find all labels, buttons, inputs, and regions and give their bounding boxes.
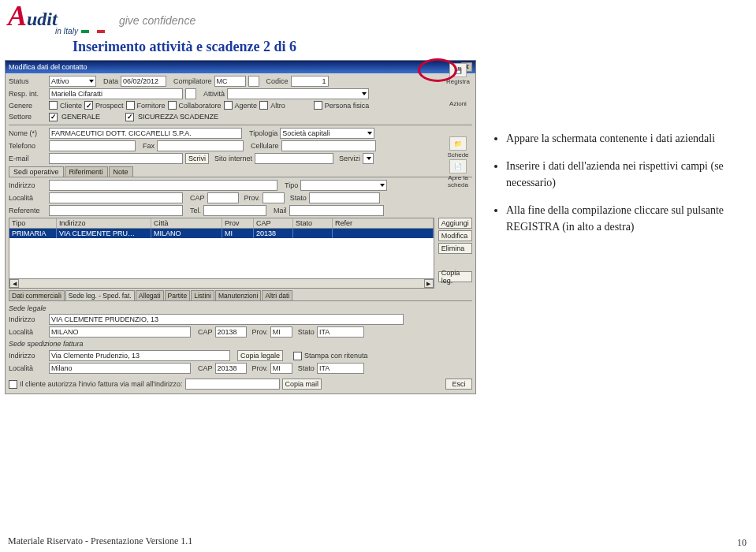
copia-leg-button[interactable]: Copia leg. <box>438 271 472 282</box>
settore-label: Settore <box>9 113 47 121</box>
sped-cap-field[interactable]: 20138 <box>215 363 247 374</box>
collaboratore-checkbox[interactable] <box>168 101 177 110</box>
scroll-right-icon[interactable]: ▶ <box>424 279 434 288</box>
scrivi-button[interactable]: Scrivi <box>185 153 209 164</box>
tel-label: Tel. <box>190 207 201 214</box>
data-field[interactable]: 06/02/2012 <box>121 76 166 87</box>
email-field[interactable] <box>49 153 183 164</box>
sped-stato-field[interactable]: ITA <box>317 363 364 374</box>
tab-listini[interactable]: Listini <box>191 290 214 300</box>
resp-field[interactable]: Mariella Cifaratti <box>49 88 183 99</box>
tel-field[interactable] <box>203 205 266 216</box>
sito-label: Sito internet <box>214 155 252 162</box>
grid-scrollbar[interactable]: ◀ ▶ <box>9 278 434 288</box>
fornitore-checkbox[interactable] <box>126 101 135 110</box>
esci-button[interactable]: Esci <box>445 379 472 390</box>
servizi-field[interactable] <box>363 153 374 164</box>
fax-field[interactable] <box>157 140 244 151</box>
leg-prov-field[interactable]: MI <box>270 326 292 338</box>
gh-indirizzo[interactable]: Indirizzo <box>57 218 151 228</box>
referente-label: Referente <box>9 207 47 214</box>
autorizza-mail-field[interactable] <box>185 379 280 390</box>
tab-riferimenti[interactable]: Riferimenti <box>65 166 108 177</box>
status-field[interactable]: Attivo <box>49 76 96 87</box>
nome-field[interactable]: FARMACEUTICI DOTT. CICCARELLI S.P.A. <box>49 128 242 139</box>
cliente-checkbox[interactable] <box>49 101 58 110</box>
leg-localita-field[interactable]: MILANO <box>49 326 191 338</box>
autorizza-checkbox[interactable] <box>9 380 17 389</box>
titlebar: Modifica dati del contatto ✕ <box>6 61 475 73</box>
tab-manutenzioni[interactable]: Manutenzioni <box>215 290 262 300</box>
elimina-button[interactable]: Elimina <box>438 243 472 254</box>
tab-sede-leg[interactable]: Sede leg. - Sped. fat. <box>65 290 135 300</box>
sicurezza-checkbox[interactable]: ✓ <box>125 113 134 121</box>
compilatore-lookup[interactable] <box>248 76 259 87</box>
azioni-label: Azioni <box>442 100 474 107</box>
leg-indirizzo-field[interactable]: VIA CLEMENTE PRUDENZIO, 13 <box>49 314 404 325</box>
stato-label: Stato <box>290 194 307 202</box>
cap-field[interactable] <box>207 192 239 203</box>
localita-label: Località <box>9 194 47 202</box>
registra-button[interactable]: 💾 <box>449 63 467 77</box>
sped-indirizzo-field[interactable]: Via Clemente Prudenzio, 13 <box>49 350 230 361</box>
tab-allegati[interactable]: Allegati <box>136 290 164 300</box>
sped-localita-field[interactable]: Milano <box>49 363 191 374</box>
apre-scheda-button[interactable]: 📄 <box>449 159 467 173</box>
prov-field[interactable] <box>263 192 285 203</box>
indirizzo-label: Indirizzo <box>9 181 47 189</box>
localita-field[interactable] <box>49 192 183 203</box>
telefono-field[interactable] <box>49 140 136 151</box>
codice-field[interactable]: 1 <box>291 76 329 87</box>
stato-field[interactable] <box>309 192 380 203</box>
gh-cap[interactable]: CAP <box>254 218 293 228</box>
tab-dati-commerciali[interactable]: Dati commerciali <box>9 290 65 300</box>
gh-refer[interactable]: Refer <box>333 218 434 228</box>
referente-field[interactable] <box>49 205 183 216</box>
address-grid[interactable]: Tipo Indirizzo Città Prov CAP Stato Refe… <box>9 218 434 289</box>
leg-stato-field[interactable]: ITA <box>317 326 364 338</box>
tab-sedi-operative[interactable]: Sedi operative <box>9 166 64 177</box>
gh-prov[interactable]: Prov <box>222 218 254 228</box>
bullet-2: Inserire i dati dell'azienda nei rispett… <box>506 158 744 191</box>
sede-legale-heading: Sede legale <box>9 304 472 312</box>
copia-legale-button[interactable]: Copia legale <box>237 350 283 361</box>
attivita-field[interactable] <box>227 88 369 99</box>
gh-tipo[interactable]: Tipo <box>9 218 57 228</box>
compilatore-label: Compilatore <box>173 77 212 85</box>
modifica-button[interactable]: Modifica <box>438 230 472 241</box>
gh-stato[interactable]: Stato <box>293 218 333 228</box>
scroll-left-icon[interactable]: ◀ <box>9 279 19 288</box>
schede-button[interactable]: 📁 <box>449 136 467 151</box>
leg-cap-field[interactable]: 20138 <box>215 326 247 338</box>
agente-checkbox[interactable] <box>224 101 233 110</box>
generale-checkbox[interactable]: ✓ <box>49 113 58 121</box>
tipo-label: Tipo <box>285 181 298 189</box>
resp-lookup[interactable] <box>185 88 196 99</box>
copia-mail-button[interactable]: Copia mail <box>282 379 322 390</box>
persona-checkbox[interactable] <box>314 101 322 110</box>
indirizzo-field[interactable] <box>49 180 277 191</box>
sped-prov-field[interactable]: MI <box>270 363 292 374</box>
mail-field[interactable] <box>289 205 384 216</box>
mail-label: Mail <box>274 207 287 214</box>
tab-partite[interactable]: Partite <box>165 290 191 300</box>
prospect-checkbox[interactable]: ✓ <box>84 101 93 110</box>
window-title: Modifica dati del contatto <box>9 63 88 71</box>
stampa-checkbox[interactable] <box>293 352 302 360</box>
tipo-field[interactable] <box>300 180 387 191</box>
tipologia-field[interactable]: Società capitali <box>280 128 374 139</box>
gh-citta[interactable]: Città <box>151 218 222 228</box>
aggiungi-button[interactable]: Aggiungi <box>438 218 472 229</box>
tab-note[interactable]: Note <box>109 166 133 177</box>
servizi-label: Servizi <box>339 155 360 162</box>
mid-tabs: Sedi operative Riferimenti Note <box>9 166 472 177</box>
sito-field[interactable] <box>255 153 333 164</box>
cellulare-field[interactable] <box>281 140 376 151</box>
tab-altri-dati[interactable]: Altri dati <box>262 290 292 300</box>
sede-sped-heading: Sede spedizione fattura <box>9 340 472 348</box>
page-number: 10 <box>737 537 747 549</box>
altro-checkbox[interactable] <box>259 101 268 110</box>
cellulare-label: Cellulare <box>251 142 279 150</box>
compilatore-field[interactable]: MC <box>214 76 246 87</box>
table-row[interactable]: PRIMARIA VIA CLEMENTE PRU… MILANO MI 201… <box>9 229 434 238</box>
